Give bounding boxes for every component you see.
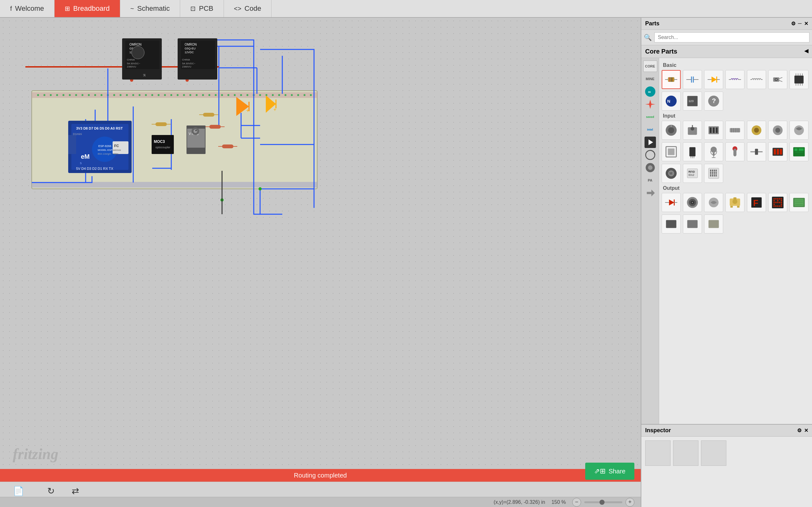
part-encoder[interactable] — [662, 121, 681, 140]
breadboard-icon: ⊞ — [65, 5, 70, 12]
part-pcb-module[interactable] — [790, 142, 809, 161]
part-sensor-round[interactable] — [790, 121, 809, 140]
part-capacitor[interactable] — [683, 70, 702, 89]
sidebar-item-arrow[interactable] — [643, 187, 657, 199]
part-led[interactable] — [704, 70, 723, 89]
part-led-matrix[interactable] — [768, 193, 787, 212]
tab-breadboard[interactable]: ⊞ Breadboard — [55, 0, 120, 17]
sidebar-item-mine[interactable]: MINE — [643, 73, 657, 84]
svg-point-6 — [44, 94, 45, 96]
part-unknown[interactable]: ? — [704, 92, 723, 111]
parts-settings-icon[interactable]: ⚙ — [791, 20, 796, 26]
svg-point-48 — [310, 94, 312, 96]
svg-text:ℜ: ℜ — [143, 73, 146, 77]
tab-code[interactable]: <> Code — [224, 0, 272, 17]
svg-point-37 — [240, 94, 242, 96]
svg-point-35 — [227, 94, 229, 96]
part-ic[interactable] — [790, 70, 809, 89]
tab-welcome[interactable]: f Welcome — [0, 0, 55, 17]
zoom-in-button[interactable]: + — [625, 498, 635, 507]
part-inductor[interactable] — [725, 70, 745, 89]
parts-minimize-icon[interactable]: ─ — [798, 20, 802, 26]
tab-schematic[interactable]: ~ Schematic — [120, 0, 180, 17]
svg-point-47 — [304, 94, 305, 96]
core-parts-collapse-icon[interactable]: ◀ — [804, 48, 808, 54]
svg-text:G5Q-EU: G5Q-EU — [185, 47, 196, 50]
part-output-extra2[interactable] — [683, 215, 702, 233]
svg-marker-147 — [712, 76, 717, 82]
right-panel: Parts ⚙ ─ ✕ 🔍 Core Parts ◀ CORE — [641, 18, 812, 507]
part-tilt[interactable] — [725, 142, 745, 161]
schematic-icon: ~ — [131, 5, 134, 12]
parts-search-input[interactable] — [654, 32, 809, 43]
svg-point-44 — [285, 94, 287, 96]
svg-point-179 — [691, 127, 694, 130]
inspector-settings-icon[interactable]: ⚙ — [797, 428, 802, 434]
svg-point-268 — [775, 202, 777, 204]
part-output-extra3[interactable] — [704, 215, 723, 233]
part-rotary[interactable] — [768, 121, 787, 140]
share-label: Share — [609, 468, 625, 475]
svg-point-249 — [692, 202, 693, 203]
part-resistor[interactable] — [662, 70, 681, 89]
svg-marker-136 — [647, 189, 655, 196]
canvas-content[interactable]: OMRON G5Q-EU 12VDC CHINA 5A 30VDC~ 2360V… — [0, 18, 641, 482]
parts-close-icon[interactable]: ✕ — [804, 20, 808, 26]
code-icon: <> — [234, 5, 241, 12]
sidebar-item-core[interactable]: CORE — [643, 60, 657, 72]
svg-point-75 — [132, 46, 144, 59]
sidebar-item-spark[interactable] — [643, 99, 657, 110]
sidebar-item-arduino[interactable]: ∞ — [643, 86, 657, 97]
svg-point-176 — [668, 127, 674, 133]
svg-line-158 — [779, 77, 782, 78]
sidebar-item-pa[interactable]: PA — [643, 175, 657, 186]
sidebar-item-intel[interactable]: Intel — [643, 124, 657, 135]
svg-point-46 — [297, 94, 299, 96]
part-switch-array[interactable] — [768, 142, 787, 161]
zoom-slider[interactable] — [584, 501, 622, 503]
sidebar-item-cycle[interactable] — [643, 149, 657, 161]
part-nfc[interactable]: N — [662, 92, 681, 111]
part-7seg[interactable]: F — [747, 193, 766, 212]
part-mystery[interactable]: 123 — [683, 92, 702, 111]
svg-rect-183 — [713, 127, 715, 133]
part-led-red[interactable] — [662, 193, 681, 212]
welcome-icon: f — [10, 5, 12, 12]
sidebar-item-seeed[interactable]: seeed — [643, 111, 657, 123]
part-output-extra1[interactable] — [662, 215, 681, 233]
svg-point-31 — [202, 94, 204, 96]
part-connector[interactable] — [704, 121, 723, 140]
part-pot[interactable] — [747, 121, 766, 140]
svg-point-259 — [773, 198, 775, 200]
part-vibro[interactable] — [704, 193, 723, 212]
part-speaker[interactable] — [683, 193, 702, 212]
part-servo[interactable] — [725, 193, 745, 212]
svg-point-234 — [710, 173, 711, 175]
part-mic[interactable] — [704, 142, 723, 161]
part-rfid[interactable]: RFID ID12 — [683, 164, 702, 183]
tab-pcb[interactable]: ⊡ PCB — [180, 0, 223, 17]
svg-rect-216 — [794, 148, 798, 151]
svg-rect-184 — [716, 127, 718, 133]
part-ribbon[interactable] — [725, 121, 745, 140]
part-matrix[interactable] — [704, 164, 723, 183]
part-coil[interactable] — [747, 70, 766, 89]
inspector-close-icon[interactable]: ✕ — [804, 428, 808, 434]
svg-point-13 — [88, 94, 90, 96]
part-joystick[interactable] — [683, 121, 702, 140]
canvas-area[interactable]: OMRON G5Q-EU 12VDC CHINA 5A 30VDC~ 2360V… — [0, 18, 641, 507]
part-motor[interactable]: M — [662, 164, 681, 183]
share-button[interactable]: ⇗⊞ Share — [585, 463, 635, 480]
parts-header-actions: ⚙ ─ ✕ — [791, 20, 808, 26]
svg-text:123: 123 — [689, 99, 694, 103]
sidebar-item-rig[interactable] — [643, 162, 657, 173]
sidebar-item-play[interactable] — [643, 136, 657, 148]
inspector-content — [641, 437, 812, 507]
zoom-out-button[interactable]: − — [572, 498, 581, 507]
svg-point-29 — [189, 94, 191, 96]
part-dc-jack[interactable] — [768, 70, 787, 89]
part-lcd[interactable] — [790, 193, 809, 212]
part-frame[interactable] — [662, 142, 681, 161]
part-slider[interactable] — [747, 142, 766, 161]
part-hall[interactable] — [683, 142, 702, 161]
